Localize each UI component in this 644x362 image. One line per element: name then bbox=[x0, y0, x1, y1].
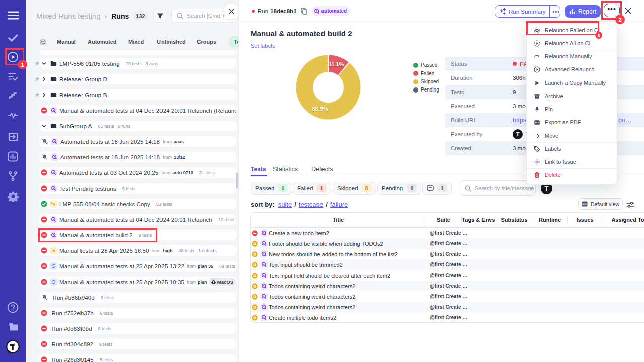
svg-text:PDF: PDF bbox=[535, 122, 539, 124]
svg-text:11.1%: 11.1% bbox=[329, 61, 344, 67]
svg-text:88.9%: 88.9% bbox=[312, 106, 328, 112]
